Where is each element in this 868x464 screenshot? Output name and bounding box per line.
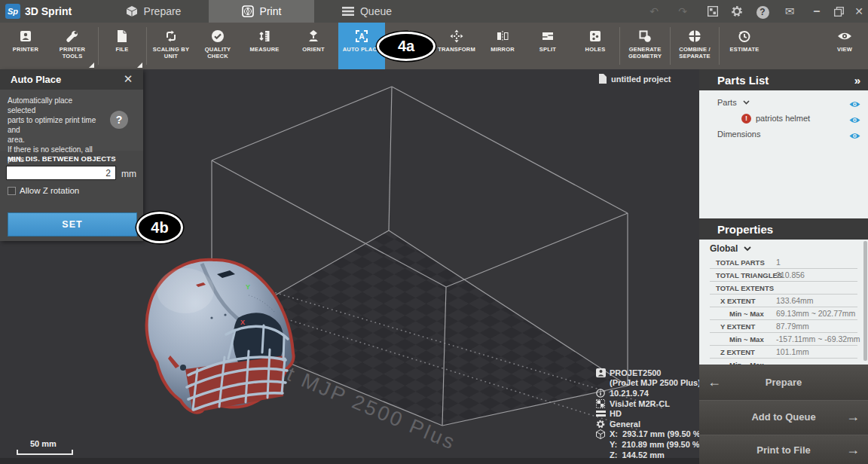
undo-icon[interactable]: ↶ [646,5,662,18]
close-icon[interactable]: ✕ [851,5,866,18]
workspace-icon[interactable] [705,6,720,20]
title-bar: Sp 3D Sprint Prepare Print Queue ↶ ↷ ? ✉… [0,0,868,23]
material-icon [595,399,606,408]
tab-queue-label: Queue [360,5,392,17]
file-icon [599,74,607,84]
viewport-status-strip [0,458,699,464]
part-row-patriots-helmet[interactable]: ! patriots helmet [699,111,868,126]
visibility-eye-icon[interactable] [849,98,860,111]
split-icon [541,28,555,44]
toolbar-button-combine-separate[interactable]: COMBINE / SEPARATE [671,23,718,69]
panel-close-icon[interactable]: ✕ [121,72,136,86]
toolbar-button-view[interactable]: VIEW [821,23,868,69]
visibility-eye-icon[interactable] [849,114,860,127]
svg-text:A: A [359,32,364,41]
combine-separate-icon [688,28,701,44]
toolbar-button-printer-tools[interactable]: PRINTER TOOLS [49,23,96,69]
toolbar-button-file[interactable]: FILE [100,23,144,69]
property-row: Min ~ Max69.13mm ~ 202.77mm [710,307,857,320]
toolbar-button-split[interactable]: SPLIT [526,23,570,69]
messages-icon[interactable]: ✉ [782,5,797,18]
properties-header: Properties [699,218,868,240]
printer-mode: General [610,420,640,429]
measure-icon [258,28,271,44]
dimensions-group-row[interactable]: Dimensions [699,127,868,142]
toolbar-button-printer[interactable]: PRINTER [2,23,49,69]
printer-badge-icon [595,368,606,377]
left-arrow-icon: ← [699,374,729,390]
toolbar-button-orient[interactable]: ORIENT [291,23,336,69]
parts-group-row[interactable]: Parts [699,95,868,110]
scaling-icon [164,28,178,44]
part-patriots-helmet[interactable]: Y X [148,261,292,413]
set-button[interactable]: SET [8,212,137,237]
properties-body: Global TOTAL PARTS1 TOTAL TRIANGLES210.8… [699,240,868,365]
properties-group-row[interactable]: Global [699,242,868,255]
build-volume-icon [595,429,606,439]
toolbar-button-quality-check[interactable]: QUALITY CHECK [194,23,241,69]
toolbar-button-measure[interactable]: MEASURE [241,23,288,69]
warning-icon: ! [741,114,751,124]
property-row: Z EXTENT101.1mm [710,346,857,359]
toolbar-button-scaling-by-unit[interactable]: SCALING BY UNIT [148,23,194,69]
min-distance-input[interactable] [6,166,116,180]
scale-bar-label: 50 mm [30,439,57,448]
chevron-down-icon[interactable] [743,100,750,105]
right-arrow-icon: → [838,409,868,425]
chevron-down-icon[interactable] [744,246,751,252]
properties-scrollbar[interactable] [863,241,867,361]
estimate-icon [738,28,751,44]
toolbar-button-mirror[interactable]: MIRROR [480,23,525,69]
prepare-nav-button[interactable]: ← Prepare [699,365,868,398]
quality-check-icon [211,28,225,44]
help-circle-icon[interactable]: ? [110,111,128,129]
step-badge-4a: 4a [377,32,436,61]
wrench-icon [66,28,79,44]
file-icon [116,28,128,44]
restore-icon[interactable] [831,6,846,20]
printer-name: PROJET2500 [610,368,661,377]
parts-list-title: Parts List [717,74,854,87]
step-badge-4b: 4b [136,212,183,243]
help-glyph: ? [756,6,769,19]
property-row: TOTAL EXTENTS [710,282,857,295]
visibility-eye-icon[interactable] [849,130,860,143]
add-to-queue-button[interactable]: Add to Queue → [699,400,868,433]
auto-place-panel-title: Auto Place [11,74,61,85]
toolbar-button-transform[interactable]: TRANSFORM [433,23,480,69]
property-row: TOTAL PARTS1 [710,256,857,269]
collapse-panel-icon[interactable]: » [854,74,859,87]
tab-prepare-label: Prepare [144,5,182,17]
right-arrow-icon: → [838,442,868,458]
allow-z-rotation-checkbox[interactable] [8,187,16,195]
toolbar-button-holes[interactable]: HOLES [573,23,618,69]
redo-icon[interactable]: ↷ [675,5,690,18]
project-title-label: untitled project [611,75,671,84]
help-icon[interactable]: ? [755,5,770,18]
extent-y: Y: 210.89 mm (99.50 %) [610,440,702,449]
view-eye-icon [837,28,852,44]
info-icon [595,389,606,398]
mirror-icon [496,28,509,44]
print-to-file-button[interactable]: Print to File → [699,435,868,464]
toolbar-button-generate-geometry[interactable]: GENERATE GEOMETRY [621,23,669,69]
min-distance-label: MIN. DIS. BETWEEN OBJECTS [8,154,116,163]
tab-queue[interactable]: Queue [314,0,420,23]
tab-prepare[interactable]: Prepare [98,0,209,23]
property-row: Y EXTENT87.79mm [710,320,857,333]
allow-z-rotation-label: Allow Z rotation [20,186,79,195]
flyout-corner-marker [89,63,94,68]
tab-print[interactable]: Print [209,0,314,23]
generate-geometry-icon [638,28,652,44]
app-logo: Sp [5,4,20,19]
settings-gear-icon[interactable] [729,5,744,19]
toolbar-button-estimate[interactable]: ESTIMATE [720,23,769,69]
add-to-queue-label: Add to Queue [729,411,838,423]
printer-model: (ProJet MJP 2500 Plus) [610,378,701,387]
flyout-corner-marker [137,63,142,68]
axis-y-label: Y [246,283,250,291]
axis-x-label: X [240,319,245,326]
minimize-icon[interactable]: – [809,5,824,18]
property-row: TOTAL TRIANGLES210.856 [710,269,857,282]
print-to-file-label: Print to File [729,444,838,456]
